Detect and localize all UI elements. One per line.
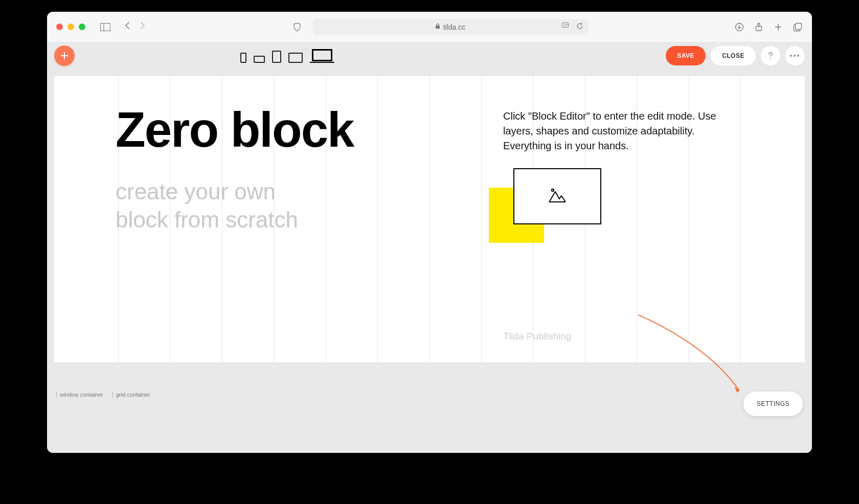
settings-button[interactable]: SETTINGS [743,392,803,416]
privacy-shield-icon[interactable] [292,22,302,32]
traffic-lights [56,24,85,30]
browser-chrome: tilda.cc 文A [47,12,812,42]
svg-point-14 [770,58,771,59]
subheading-line-1: create your own [116,177,738,205]
svg-marker-17 [734,386,739,393]
canvas-area: Zero block create your own block from sc… [47,69,812,453]
svg-rect-2 [436,26,440,29]
subheading-line-2: block from scratch [116,205,738,234]
device-switcher [240,49,334,63]
image-placeholder-icon [547,187,568,206]
window-zoom[interactable] [79,24,85,30]
sidebar-toggle-icon[interactable] [100,22,111,32]
device-phone-landscape[interactable] [254,56,265,63]
svg-rect-0 [101,23,110,31]
tabs-icon[interactable] [793,22,803,32]
lock-icon [435,23,440,31]
add-block-button[interactable] [54,45,75,66]
reload-icon[interactable] [576,22,583,31]
chrome-right-icons [734,22,803,32]
legend-grid-container: grid container [112,392,150,398]
content-area: Zero block create your own block from sc… [116,76,738,362]
reader-icon[interactable]: 文A [562,22,572,31]
device-phone-portrait[interactable] [240,53,246,63]
save-button[interactable]: SAVE [666,46,706,65]
page-description[interactable]: Click "Block Editor" to enter the edit m… [503,109,718,153]
browser-window: tilda.cc 文A [47,12,812,453]
window-close[interactable] [56,24,63,30]
svg-rect-11 [796,23,802,29]
downloads-icon[interactable] [734,22,744,32]
close-button[interactable]: CLOSE [711,46,756,65]
image-placeholder-frame[interactable] [513,168,601,224]
page-surface[interactable]: Zero block create your own block from sc… [54,76,805,362]
svg-text:文A: 文A [563,23,569,27]
url-host: tilda.cc [443,23,466,31]
page-subheading[interactable]: create your own block from scratch [116,177,738,234]
svg-point-15 [552,189,554,191]
device-tablet-portrait[interactable] [272,51,281,63]
settings-label: SETTINGS [757,400,789,407]
address-bar[interactable]: tilda.cc 文A [312,19,589,35]
decorative-graphic[interactable] [489,168,601,250]
help-button[interactable] [761,46,780,65]
window-minimize[interactable] [67,24,74,30]
new-tab-icon[interactable] [773,22,783,32]
device-tablet-landscape[interactable] [288,53,303,63]
app-toolbar: SAVE CLOSE ••• [47,42,812,69]
share-icon[interactable] [754,22,764,32]
back-button[interactable] [124,21,130,32]
device-desktop[interactable] [310,49,334,63]
forward-button[interactable] [140,21,146,32]
credit-text[interactable]: Tilda Publishing [503,331,571,342]
nav-arrows [124,21,146,32]
container-legend: window container grid container [56,392,150,398]
legend-window-container: window container [56,392,103,398]
more-button[interactable]: ••• [785,46,805,65]
